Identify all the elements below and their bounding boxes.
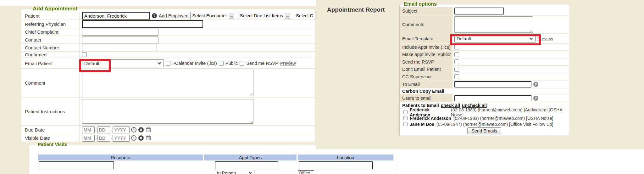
resource-column-header: Resource	[38, 154, 203, 160]
comments-textarea[interactable]	[454, 16, 533, 33]
patient-email-row: Frederick Anderson (02-08-1983) (horner@…	[400, 115, 569, 121]
help-icon[interactable]: ?	[152, 13, 157, 18]
subject-row: Subject	[400, 7, 569, 16]
appt-type-select[interactable]: In Person	[215, 170, 254, 174]
date-separator: -	[111, 127, 112, 132]
select-encounter-ellipsis-button[interactable]: ...	[229, 13, 234, 19]
contact-row: Contact	[21, 36, 315, 44]
patient-instructions-row: Patient Instructions	[21, 98, 315, 126]
to-email-input[interactable]	[454, 81, 531, 87]
patient-instructions-textarea[interactable]	[82, 99, 253, 124]
dont-email-row: Don't Email Patient	[400, 66, 569, 73]
comments-row: Comments	[400, 16, 569, 34]
email-template-select[interactable]: Default	[454, 35, 536, 42]
date-separator: -	[111, 136, 112, 141]
chevron-down-icon	[249, 171, 252, 174]
email-template-select-value: Default	[457, 36, 527, 41]
due-date-year-input[interactable]	[113, 126, 130, 133]
ical-invite-label: I-Calendar Invite (.ics)	[172, 61, 217, 66]
patient-checkbox[interactable]	[403, 116, 408, 120]
patient-checkbox[interactable]	[403, 122, 408, 126]
date-separator: -	[95, 136, 97, 141]
clear-date-icon[interactable]	[138, 135, 144, 141]
referring-physician-input[interactable]	[82, 20, 203, 28]
send-me-rsvp-label: Send me RSVP	[246, 61, 278, 66]
email-patient-select-value: Default	[84, 61, 156, 66]
carbon-copy-header: Carbon Copy Email	[400, 88, 569, 94]
appt-types-input[interactable]	[215, 161, 278, 169]
add-appointment-legend: Add Appointment	[31, 6, 79, 12]
preview-link[interactable]: Preview	[537, 36, 553, 41]
due-date-day-input[interactable]	[97, 126, 110, 133]
send-rsvp-checkbox[interactable]	[454, 59, 459, 64]
select-due-list-button[interactable]: Select Due List Items...	[238, 12, 292, 20]
email-patient-label: Email Patient	[21, 58, 80, 68]
clock-icon[interactable]	[131, 135, 137, 141]
confirmed-label: Confirmed	[21, 52, 80, 58]
users-to-email-row: Users to email ?	[400, 94, 569, 102]
send-rsvp-row: Send me RSVP	[400, 59, 569, 66]
carbon-copy-label: Carbon Copy Email	[402, 89, 444, 94]
cc-supervisor-checkbox[interactable]	[454, 74, 459, 79]
help-icon[interactable]: ?	[533, 96, 538, 101]
page: Add Appointment Patient ? Add Employee S…	[0, 0, 644, 174]
send-rsvp-label: Send me RSVP	[400, 59, 452, 65]
location-input[interactable]	[299, 161, 373, 169]
patient-input[interactable]	[82, 12, 150, 20]
referring-physician-label: Referring Physician	[21, 20, 80, 28]
to-email-row: To Email ?	[400, 81, 569, 88]
email-template-label: Email Template	[400, 34, 452, 43]
make-public-label: Make appt invite 'Public'	[400, 51, 452, 58]
visible-date-label: Visible Date	[21, 134, 80, 142]
preview-link[interactable]: Preview	[280, 61, 296, 66]
chevron-down-icon	[158, 61, 161, 64]
visible-date-day-input[interactable]	[97, 135, 110, 142]
dont-email-checkbox[interactable]	[454, 67, 459, 72]
confirmed-checkbox[interactable]	[82, 52, 87, 57]
subject-input[interactable]	[454, 8, 504, 14]
include-invite-checkbox[interactable]	[454, 45, 459, 49]
resource-input[interactable]	[39, 161, 114, 169]
send-emails-button[interactable]: Send Emails	[467, 127, 501, 134]
visible-date-year-input[interactable]	[113, 135, 130, 142]
calendar-icon[interactable]	[145, 127, 151, 133]
contact-label: Contact	[21, 36, 80, 43]
select-truncated-label: Select C	[296, 13, 313, 18]
make-public-checkbox[interactable]	[454, 52, 459, 57]
clear-date-icon[interactable]	[138, 127, 144, 133]
patient-visits-legend: Patient Visits	[36, 142, 69, 147]
appointment-report-panel: Appointment Report Email options Subject…	[316, 0, 644, 149]
contact-number-input[interactable]	[82, 44, 157, 51]
select-truncated-button[interactable]: Select C	[294, 12, 315, 20]
chief-complaint-row: Chief Complaint	[21, 28, 315, 36]
email-patient-select[interactable]: Default	[82, 59, 164, 67]
include-invite-label: Include Appt Invite (.ics)	[400, 44, 452, 50]
comment-textarea[interactable]	[82, 70, 253, 96]
patient-email-row: Frederick Anderson (02-08-1983) (horner@…	[400, 109, 569, 115]
patient-visits-table: Resource Appt Types Location In Person D…	[38, 154, 393, 174]
contact-number-row: Contact Number	[21, 44, 315, 52]
calendar-icon[interactable]	[145, 135, 151, 141]
select-due-list-ellipsis-button[interactable]: ...	[285, 13, 290, 19]
select-encounter-button[interactable]: Select Encounter...	[190, 12, 236, 20]
comments-label: Comments	[400, 16, 452, 33]
clock-icon[interactable]	[131, 127, 137, 133]
patient-details: (02-08-1983) (horner@mieweb.com) [OSHA N…	[453, 116, 553, 121]
contact-input[interactable]	[82, 36, 158, 43]
date-separator: -	[95, 127, 97, 132]
patient-checkbox[interactable]	[403, 110, 408, 114]
add-employee-link[interactable]: Add Employee	[159, 13, 188, 18]
send-me-rsvp-checkbox[interactable]	[240, 61, 244, 66]
public-checkbox[interactable]	[219, 61, 224, 66]
confirmed-row: Confirmed	[21, 52, 315, 58]
comment-label: Comment	[21, 69, 80, 97]
chief-complaint-input[interactable]	[82, 29, 158, 36]
help-icon[interactable]: ?	[533, 82, 538, 87]
due-date-month-input[interactable]	[82, 126, 95, 133]
location-office-input[interactable]	[298, 170, 314, 174]
ical-invite-checkbox[interactable]	[166, 61, 170, 66]
email-options-fieldset: Email options Subject Comments Email Tem…	[399, 1, 569, 136]
cc-supervisor-row: CC Supervisor	[400, 73, 569, 81]
visible-date-month-input[interactable]	[82, 135, 95, 142]
users-to-email-input[interactable]	[454, 95, 531, 101]
